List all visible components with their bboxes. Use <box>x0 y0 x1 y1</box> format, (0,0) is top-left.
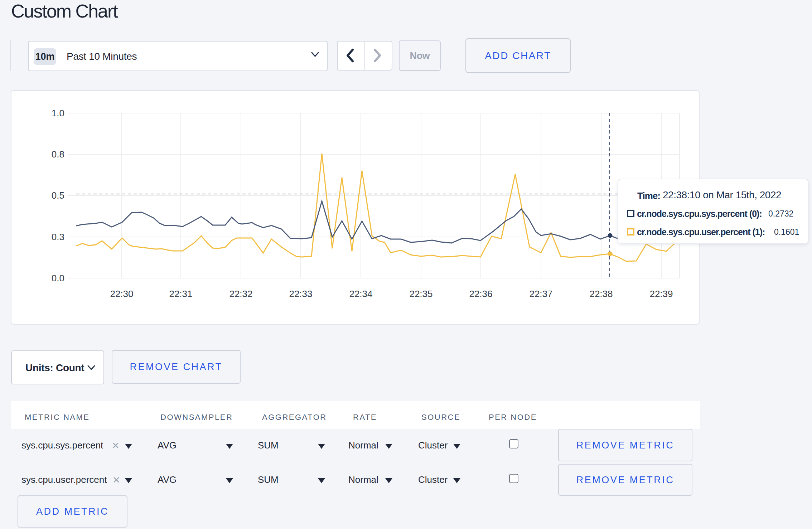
svg-text:0.8: 0.8 <box>52 149 64 160</box>
svg-text:22:33: 22:33 <box>289 288 312 299</box>
svg-text:22:35: 22:35 <box>409 288 432 299</box>
svg-text:22:32: 22:32 <box>229 288 252 299</box>
svg-text:22:37: 22:37 <box>529 288 552 299</box>
svg-text:0.0: 0.0 <box>52 273 64 283</box>
svg-text:1.0: 1.0 <box>52 108 64 118</box>
svg-text:22:36: 22:36 <box>469 288 492 299</box>
svg-text:22:34: 22:34 <box>349 288 372 299</box>
svg-text:22:39: 22:39 <box>649 288 673 299</box>
svg-text:22:30: 22:30 <box>110 288 133 299</box>
svg-text:22:38: 22:38 <box>589 288 613 299</box>
svg-text:0.5: 0.5 <box>52 190 64 201</box>
svg-text:0.3: 0.3 <box>52 232 64 242</box>
svg-text:22:31: 22:31 <box>169 288 192 299</box>
